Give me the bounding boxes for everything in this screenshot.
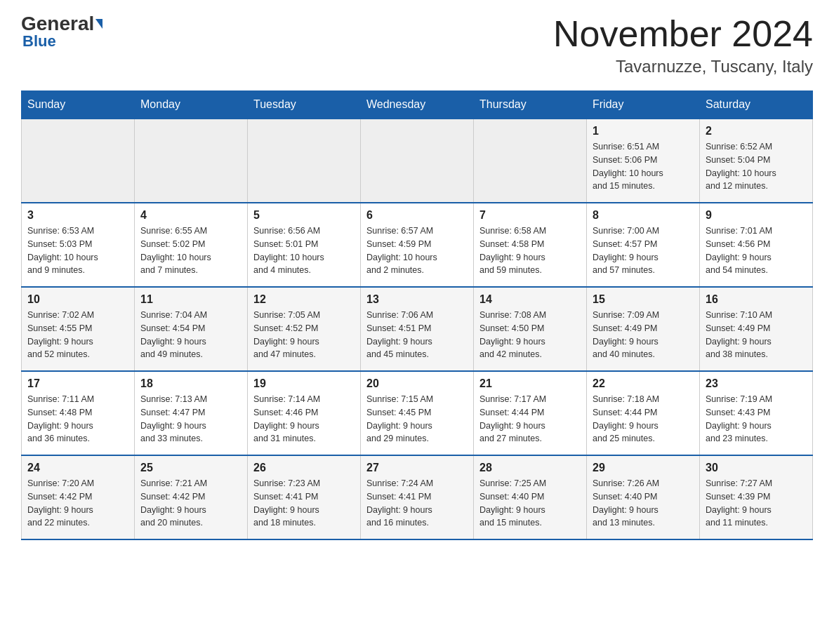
day-number: 17: [27, 377, 128, 390]
day-number: 26: [253, 462, 355, 474]
day-info: Sunrise: 7:00 AM Sunset: 4:57 PM Dayligh…: [593, 224, 694, 277]
day-info: Sunrise: 7:10 AM Sunset: 4:49 PM Dayligh…: [706, 309, 807, 361]
calendar-cell: 14Sunrise: 7:08 AM Sunset: 4:50 PM Dayli…: [474, 287, 587, 371]
day-info: Sunrise: 7:06 AM Sunset: 4:51 PM Dayligh…: [366, 309, 468, 361]
day-info: Sunrise: 7:26 AM Sunset: 4:40 PM Dayligh…: [593, 477, 694, 530]
logo: General Blue: [21, 14, 102, 51]
col-sunday: Sunday: [22, 91, 135, 119]
calendar-week-row: 10Sunrise: 7:02 AM Sunset: 4:55 PM Dayli…: [22, 287, 813, 371]
day-number: 16: [706, 293, 807, 306]
day-number: 13: [366, 293, 468, 306]
calendar-cell: 12Sunrise: 7:05 AM Sunset: 4:52 PM Dayli…: [248, 287, 361, 371]
day-info: Sunrise: 6:53 AM Sunset: 5:03 PM Dayligh…: [27, 224, 128, 277]
calendar-cell: 2Sunrise: 6:52 AM Sunset: 5:04 PM Daylig…: [700, 119, 813, 203]
day-info: Sunrise: 7:17 AM Sunset: 4:44 PM Dayligh…: [479, 393, 581, 445]
calendar-cell: [22, 119, 135, 203]
calendar-cell: 1Sunrise: 6:51 AM Sunset: 5:06 PM Daylig…: [587, 119, 700, 203]
day-number: 24: [27, 462, 128, 474]
day-number: 20: [366, 377, 468, 390]
calendar-cell: 9Sunrise: 7:01 AM Sunset: 4:56 PM Daylig…: [700, 203, 813, 287]
calendar-cell: 7Sunrise: 6:58 AM Sunset: 4:58 PM Daylig…: [474, 203, 587, 287]
calendar-week-row: 1Sunrise: 6:51 AM Sunset: 5:06 PM Daylig…: [22, 119, 813, 203]
day-number: 3: [27, 209, 128, 222]
calendar-week-row: 17Sunrise: 7:11 AM Sunset: 4:48 PM Dayli…: [22, 371, 813, 455]
col-saturday: Saturday: [700, 91, 813, 119]
calendar-cell: 25Sunrise: 7:21 AM Sunset: 4:42 PM Dayli…: [135, 455, 248, 539]
day-info: Sunrise: 7:04 AM Sunset: 4:54 PM Dayligh…: [140, 309, 241, 361]
title-section: November 2024 Tavarnuzze, Tuscany, Italy: [553, 14, 813, 76]
day-number: 9: [706, 209, 807, 222]
day-info: Sunrise: 7:15 AM Sunset: 4:45 PM Dayligh…: [366, 393, 468, 445]
day-info: Sunrise: 7:24 AM Sunset: 4:41 PM Dayligh…: [366, 477, 468, 530]
calendar-cell: 19Sunrise: 7:14 AM Sunset: 4:46 PM Dayli…: [248, 371, 361, 455]
day-info: Sunrise: 7:23 AM Sunset: 4:41 PM Dayligh…: [253, 477, 355, 530]
day-number: 2: [706, 125, 807, 137]
col-friday: Friday: [587, 91, 700, 119]
calendar-cell: 30Sunrise: 7:27 AM Sunset: 4:39 PM Dayli…: [700, 455, 813, 539]
page-header: General Blue November 2024 Tavarnuzze, T…: [21, 14, 813, 76]
day-number: 28: [479, 462, 581, 474]
day-number: 7: [479, 209, 581, 222]
calendar-cell: 24Sunrise: 7:20 AM Sunset: 4:42 PM Dayli…: [22, 455, 135, 539]
calendar-cell: 8Sunrise: 7:00 AM Sunset: 4:57 PM Daylig…: [587, 203, 700, 287]
day-number: 23: [706, 377, 807, 390]
calendar-title: November 2024: [553, 14, 813, 54]
col-wednesday: Wednesday: [361, 91, 474, 119]
day-number: 11: [140, 293, 241, 306]
calendar-cell: [248, 119, 361, 203]
calendar-cell: 6Sunrise: 6:57 AM Sunset: 4:59 PM Daylig…: [361, 203, 474, 287]
calendar-cell: 22Sunrise: 7:18 AM Sunset: 4:44 PM Dayli…: [587, 371, 700, 455]
day-number: 5: [253, 209, 355, 222]
day-number: 12: [253, 293, 355, 306]
calendar-cell: 13Sunrise: 7:06 AM Sunset: 4:51 PM Dayli…: [361, 287, 474, 371]
day-info: Sunrise: 7:13 AM Sunset: 4:47 PM Dayligh…: [140, 393, 241, 445]
calendar-cell: 21Sunrise: 7:17 AM Sunset: 4:44 PM Dayli…: [474, 371, 587, 455]
calendar-cell: 3Sunrise: 6:53 AM Sunset: 5:03 PM Daylig…: [22, 203, 135, 287]
calendar-cell: 15Sunrise: 7:09 AM Sunset: 4:49 PM Dayli…: [587, 287, 700, 371]
day-number: 30: [706, 462, 807, 474]
day-number: 14: [479, 293, 581, 306]
calendar-table: Sunday Monday Tuesday Wednesday Thursday…: [21, 90, 813, 540]
day-number: 22: [593, 377, 694, 390]
col-thursday: Thursday: [474, 91, 587, 119]
day-info: Sunrise: 7:20 AM Sunset: 4:42 PM Dayligh…: [27, 477, 128, 530]
day-info: Sunrise: 7:14 AM Sunset: 4:46 PM Dayligh…: [253, 393, 355, 445]
logo-arrow-icon: [94, 14, 102, 34]
calendar-cell: 5Sunrise: 6:56 AM Sunset: 5:01 PM Daylig…: [248, 203, 361, 287]
calendar-cell: 10Sunrise: 7:02 AM Sunset: 4:55 PM Dayli…: [22, 287, 135, 371]
day-info: Sunrise: 7:27 AM Sunset: 4:39 PM Dayligh…: [706, 477, 807, 530]
calendar-cell: 23Sunrise: 7:19 AM Sunset: 4:43 PM Dayli…: [700, 371, 813, 455]
day-info: Sunrise: 7:01 AM Sunset: 4:56 PM Dayligh…: [706, 224, 807, 277]
calendar-cell: 16Sunrise: 7:10 AM Sunset: 4:49 PM Dayli…: [700, 287, 813, 371]
day-info: Sunrise: 7:09 AM Sunset: 4:49 PM Dayligh…: [593, 309, 694, 361]
day-number: 21: [479, 377, 581, 390]
day-number: 4: [140, 209, 241, 222]
day-number: 8: [593, 209, 694, 222]
calendar-week-row: 3Sunrise: 6:53 AM Sunset: 5:03 PM Daylig…: [22, 203, 813, 287]
day-info: Sunrise: 7:08 AM Sunset: 4:50 PM Dayligh…: [479, 309, 581, 361]
calendar-cell: 18Sunrise: 7:13 AM Sunset: 4:47 PM Dayli…: [135, 371, 248, 455]
day-number: 25: [140, 462, 241, 474]
day-info: Sunrise: 6:56 AM Sunset: 5:01 PM Dayligh…: [253, 224, 355, 277]
day-info: Sunrise: 6:57 AM Sunset: 4:59 PM Dayligh…: [366, 224, 468, 277]
day-number: 6: [366, 209, 468, 222]
calendar-subtitle: Tavarnuzze, Tuscany, Italy: [553, 57, 813, 76]
day-number: 10: [27, 293, 128, 306]
day-number: 29: [593, 462, 694, 474]
day-info: Sunrise: 6:55 AM Sunset: 5:02 PM Dayligh…: [140, 224, 241, 277]
day-info: Sunrise: 7:18 AM Sunset: 4:44 PM Dayligh…: [593, 393, 694, 445]
day-number: 15: [593, 293, 694, 306]
logo-blue: Blue: [22, 32, 56, 51]
day-info: Sunrise: 7:21 AM Sunset: 4:42 PM Dayligh…: [140, 477, 241, 530]
calendar-cell: 20Sunrise: 7:15 AM Sunset: 4:45 PM Dayli…: [361, 371, 474, 455]
calendar-cell: [361, 119, 474, 203]
day-info: Sunrise: 6:51 AM Sunset: 5:06 PM Dayligh…: [593, 140, 694, 193]
calendar-cell: 11Sunrise: 7:04 AM Sunset: 4:54 PM Dayli…: [135, 287, 248, 371]
day-number: 1: [593, 125, 694, 137]
calendar-cell: 4Sunrise: 6:55 AM Sunset: 5:02 PM Daylig…: [135, 203, 248, 287]
calendar-week-row: 24Sunrise: 7:20 AM Sunset: 4:42 PM Dayli…: [22, 455, 813, 539]
logo-general: General: [21, 14, 102, 34]
calendar-cell: 29Sunrise: 7:26 AM Sunset: 4:40 PM Dayli…: [587, 455, 700, 539]
calendar-cell: 27Sunrise: 7:24 AM Sunset: 4:41 PM Dayli…: [361, 455, 474, 539]
day-number: 27: [366, 462, 468, 474]
